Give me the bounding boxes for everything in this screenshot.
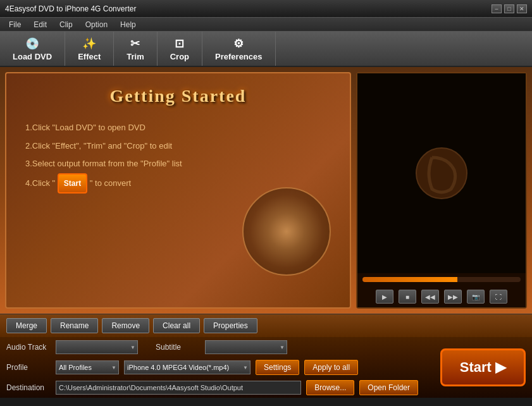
open-folder-button[interactable]: Open Folder	[359, 380, 418, 395]
toolbar-preferences-label: Preferences	[215, 52, 262, 61]
preferences-icon: ⚙	[233, 37, 244, 51]
video-area	[357, 73, 526, 273]
start-button[interactable]: Start ▶	[440, 348, 526, 386]
clear-all-button[interactable]: Clear all	[153, 318, 200, 333]
toolbar-crop-label: Crop	[170, 52, 189, 61]
toolbar-effect-label: Effect	[78, 52, 101, 61]
titlebar-controls: – □ ✕	[492, 4, 527, 13]
toolbar-effect[interactable]: ✨ Effect	[65, 32, 114, 66]
dvd-decoration	[242, 187, 331, 276]
toolbar-crop[interactable]: ⊡ Crop	[158, 32, 202, 66]
subtitle-dropdown[interactable]	[205, 340, 287, 354]
progress-bar-background	[362, 277, 521, 282]
play-button[interactable]: ▶	[376, 290, 393, 304]
audio-track-label: Audio Track	[6, 343, 51, 352]
forward-button[interactable]: ▶▶	[444, 290, 462, 304]
video-preview-panel: ▶ ■ ◀◀ ▶▶ 📷 ⛶	[356, 72, 527, 309]
window-title: 4Easysof DVD to iPhone 4G Converter	[5, 4, 136, 13]
destination-label: Destination	[6, 383, 51, 392]
step2: 2.Click "Effect", "Trim" and "Crop" to e…	[25, 137, 331, 156]
properties-button[interactable]: Properties	[204, 318, 257, 333]
profile-label: Profile	[6, 363, 51, 372]
rename-button[interactable]: Rename	[51, 318, 98, 333]
menubar: File Edit Clip Option Help	[0, 18, 532, 32]
toolbar-load-dvd-label: Load DVD	[13, 52, 52, 61]
step4-post: " to convert	[90, 178, 131, 188]
toolbar: 💿 Load DVD ✨ Effect ✂ Trim ⊡ Crop ⚙ Pref…	[0, 32, 532, 67]
browse-button[interactable]: Browse...	[306, 380, 354, 395]
progress-bar-fill	[362, 277, 457, 282]
start-button-wrapper: Start ▶	[440, 343, 526, 391]
audio-track-dropdown[interactable]	[56, 340, 138, 354]
menu-edit[interactable]: Edit	[27, 19, 53, 30]
snapshot-button[interactable]: 📷	[467, 290, 485, 304]
apply-to-all-button[interactable]: Apply to all	[304, 360, 358, 375]
toolbar-trim-label: Trim	[127, 52, 144, 61]
bottom-toolbar: Merge Rename Remove Clear all Properties	[0, 314, 532, 337]
subtitle-label: Subtitle	[156, 343, 200, 352]
controls-section: Audio Track Subtitle Profile All Profile…	[0, 337, 532, 398]
step1: 1.Click "Load DVD" to open DVD	[25, 119, 331, 137]
minimize-button[interactable]: –	[492, 4, 502, 13]
titlebar: 4Easysof DVD to iPhone 4G Converter – □ …	[0, 0, 532, 18]
toolbar-preferences[interactable]: ⚙ Preferences	[202, 32, 275, 66]
step4-start-btn: Start	[58, 173, 87, 194]
decoration	[242, 175, 343, 276]
load-dvd-icon: 💿	[25, 37, 39, 51]
video-logo	[413, 145, 470, 202]
profile-dropdown[interactable]: All Profiles	[56, 360, 119, 374]
main-area: Getting Started 1.Click "Load DVD" to op…	[0, 67, 532, 314]
left-panel: Getting Started 1.Click "Load DVD" to op…	[5, 72, 351, 309]
menu-file[interactable]: File	[3, 19, 27, 30]
step4-pre: 4.Click "	[25, 178, 55, 188]
destination-input[interactable]	[56, 381, 301, 395]
stop-button[interactable]: ■	[399, 290, 416, 304]
toolbar-trim[interactable]: ✂ Trim	[114, 32, 157, 66]
restore-button[interactable]: □	[504, 4, 514, 13]
settings-button[interactable]: Settings	[256, 360, 299, 375]
step3: 3.Select output format from the "Profile…	[25, 155, 331, 173]
close-button[interactable]: ✕	[517, 4, 527, 13]
profile-dropdown-wrapper: All Profiles	[56, 360, 119, 374]
toolbar-load-dvd[interactable]: 💿 Load DVD	[0, 32, 65, 66]
merge-button[interactable]: Merge	[6, 318, 47, 333]
crop-icon: ⊡	[175, 37, 184, 51]
remove-button[interactable]: Remove	[102, 318, 149, 333]
menu-option[interactable]: Option	[79, 19, 114, 30]
progress-bar-area	[357, 273, 526, 286]
fullscreen-button[interactable]: ⛶	[490, 290, 507, 304]
rewind-button[interactable]: ◀◀	[421, 290, 439, 304]
menu-help[interactable]: Help	[114, 19, 142, 30]
video-controls: ▶ ■ ◀◀ ▶▶ 📷 ⛶	[357, 286, 526, 307]
subtitle-dropdown-wrapper	[205, 340, 287, 354]
getting-started-title: Getting Started	[6, 73, 350, 113]
format-dropdown-wrapper: iPhone 4.0 MPEG4 Video(*.mp4)	[124, 360, 251, 374]
effect-icon: ✨	[82, 37, 96, 51]
trim-icon: ✂	[130, 37, 140, 51]
format-dropdown[interactable]: iPhone 4.0 MPEG4 Video(*.mp4)	[124, 360, 251, 374]
audio-track-dropdown-wrapper	[56, 340, 138, 354]
menu-clip[interactable]: Clip	[53, 19, 79, 30]
